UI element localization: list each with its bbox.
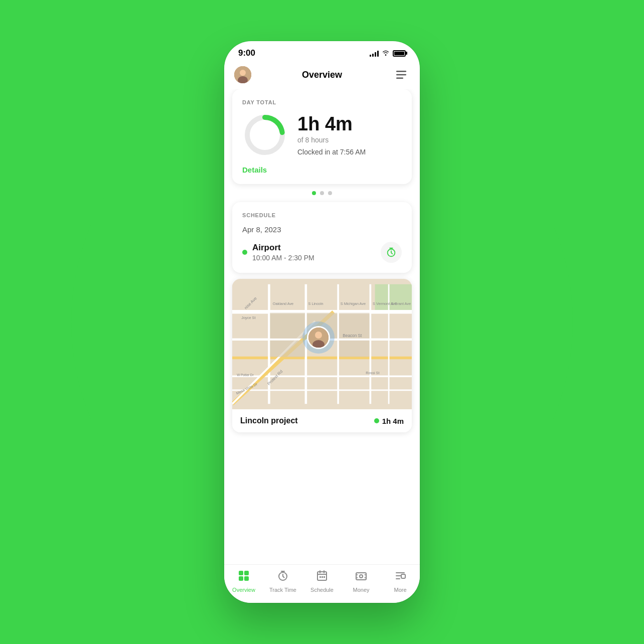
job-name: Airport (252, 243, 314, 253)
total-time: 1h 4m (297, 114, 402, 135)
map-user-pin (302, 321, 335, 354)
svg-rect-50 (321, 576, 323, 578)
svg-text:Joyce St: Joyce St (241, 315, 255, 320)
pagination-dots (232, 184, 412, 202)
time-goal: of 8 hours (297, 136, 402, 144)
svg-rect-51 (324, 576, 325, 578)
map-footer: Lincoln project 1h 4m (232, 409, 412, 432)
menu-icon[interactable] (393, 66, 410, 83)
more-label: More (394, 587, 406, 593)
phone-frame: 9:00 (224, 41, 420, 603)
svg-text:Rossi St: Rossi St (366, 371, 379, 375)
active-dot (374, 418, 379, 423)
money-label: Money (353, 587, 369, 593)
svg-rect-49 (319, 576, 321, 578)
svg-rect-5 (396, 78, 403, 79)
schedule-label: Schedule (310, 587, 334, 593)
dot-3[interactable] (328, 191, 332, 195)
bottom-nav: Overview Track Time (224, 564, 420, 603)
schedule-icon (316, 570, 328, 585)
svg-text:Oakland Ave: Oakland Ave (273, 301, 293, 306)
dot-2[interactable] (320, 191, 324, 195)
signal-icon (370, 50, 379, 57)
svg-rect-46 (244, 576, 249, 581)
svg-rect-54 (401, 574, 405, 578)
more-icon (394, 570, 406, 585)
avatar[interactable] (234, 66, 251, 83)
battery-icon (393, 50, 406, 57)
svg-rect-48 (317, 572, 327, 580)
page-title: Overview (302, 70, 342, 80)
svg-rect-4 (396, 74, 406, 76)
svg-rect-27 (339, 341, 370, 357)
nav-item-overview[interactable]: Overview (224, 570, 263, 593)
map-card: nise Ave Joyce St Oakland Ave S Lincoln … (232, 279, 412, 432)
donut-chart (242, 112, 287, 157)
dot-1[interactable] (312, 191, 316, 195)
job-details: Airport 10:00 AM - 2:30 PM (252, 243, 314, 262)
project-name: Lincoln project (240, 416, 298, 425)
svg-point-1 (240, 70, 246, 76)
overview-icon (238, 570, 250, 585)
svg-rect-45 (239, 576, 243, 581)
nav-item-money[interactable]: Money (342, 570, 381, 593)
job-time: 10:00 AM - 2:30 PM (252, 254, 314, 262)
time-info: 1h 4m of 8 hours Clocked in at 7:56 AM (297, 114, 402, 156)
svg-text:S Grant Ave: S Grant Ave (391, 301, 411, 306)
svg-rect-43 (239, 571, 243, 575)
svg-rect-44 (244, 571, 249, 575)
active-indicator (242, 250, 247, 255)
day-total-card: DAY TOTAL 1h 4m of 8 hours Clocked in at… (232, 89, 412, 184)
tracked-time: 1h 4m (382, 417, 404, 425)
svg-text:W Potter Dr: W Potter Dr (237, 373, 254, 377)
overview-label: Overview (232, 587, 255, 593)
status-time: 9:00 (238, 48, 255, 58)
wifi-icon (382, 49, 390, 58)
details-link[interactable]: Details (242, 166, 402, 174)
nav-item-track-time[interactable]: Track Time (263, 570, 302, 593)
clocked-in-time: Clocked in at 7:56 AM (297, 148, 402, 156)
track-time-icon (277, 570, 289, 585)
svg-rect-23 (270, 313, 305, 339)
svg-text:S Lincoln: S Lincoln (308, 301, 323, 306)
svg-rect-10 (375, 284, 412, 312)
status-bar: 9:00 (224, 41, 420, 62)
svg-rect-26 (270, 341, 305, 357)
schedule-card: SCHEDULE Apr 8, 2023 Airport 10:00 AM - … (232, 202, 412, 273)
nav-item-more[interactable]: More (381, 570, 420, 593)
timer-button[interactable] (381, 242, 402, 263)
status-icons (370, 49, 406, 58)
schedule-left: Airport 10:00 AM - 2:30 PM (242, 243, 314, 262)
svg-point-53 (360, 575, 363, 578)
schedule-date: Apr 8, 2023 (242, 225, 402, 234)
day-total-label: DAY TOTAL (242, 99, 402, 105)
scroll-content: DAY TOTAL 1h 4m of 8 hours Clocked in at… (224, 89, 420, 564)
svg-rect-52 (356, 573, 366, 580)
svg-point-41 (315, 332, 322, 339)
money-icon (355, 570, 367, 585)
schedule-label: SCHEDULE (242, 212, 402, 218)
track-time-label: Track Time (269, 587, 296, 593)
app-header: Overview (224, 62, 420, 89)
schedule-item: Airport 10:00 AM - 2:30 PM (242, 242, 402, 263)
nav-item-schedule[interactable]: Schedule (302, 570, 342, 593)
svg-rect-3 (396, 71, 406, 72)
svg-text:S Michigan Ave: S Michigan Ave (341, 301, 366, 306)
svg-text:Beacon St: Beacon St (343, 334, 362, 338)
day-total-content: 1h 4m of 8 hours Clocked in at 7:56 AM (242, 112, 402, 157)
map-area: nise Ave Joyce St Oakland Ave S Lincoln … (232, 279, 412, 409)
map-tracked-time: 1h 4m (374, 417, 404, 425)
